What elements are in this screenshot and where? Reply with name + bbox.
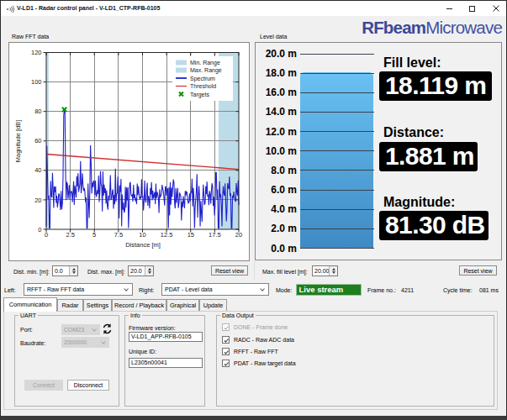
svg-text:5: 5 xyxy=(92,231,96,239)
svg-text:20: 20 xyxy=(235,231,242,239)
svg-text:Magnitude [dB]: Magnitude [dB] xyxy=(14,120,22,162)
svg-text:0: 0 xyxy=(45,231,48,239)
svg-text:7.5: 7.5 xyxy=(114,231,123,239)
svg-text:Targets: Targets xyxy=(190,92,209,98)
svg-text:100: 100 xyxy=(31,78,42,86)
svg-text:60: 60 xyxy=(34,137,41,144)
svg-text:12.5: 12.5 xyxy=(161,231,173,239)
svg-text:40: 40 xyxy=(34,166,41,174)
svg-text:0: 0 xyxy=(38,226,41,234)
svg-text:Spectrum: Spectrum xyxy=(190,76,215,82)
svg-text:10: 10 xyxy=(139,231,145,239)
svg-text:Min. Range: Min. Range xyxy=(190,60,220,66)
svg-text:Max. Range: Max. Range xyxy=(190,67,222,74)
svg-text:2.5: 2.5 xyxy=(66,231,74,239)
svg-text:Distance [m]: Distance [m] xyxy=(125,241,161,249)
svg-text:120: 120 xyxy=(31,49,42,56)
svg-text:Threshold: Threshold xyxy=(190,83,216,89)
svg-text:20: 20 xyxy=(34,197,41,204)
svg-text:17.5: 17.5 xyxy=(209,231,221,239)
svg-text:15: 15 xyxy=(187,231,194,239)
svg-text:80: 80 xyxy=(34,108,41,115)
